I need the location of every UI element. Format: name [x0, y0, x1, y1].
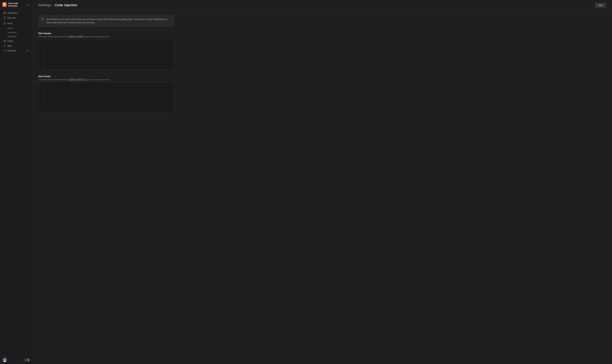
posts-sub-items: Drafts Scheduled Published — [0, 26, 32, 39]
main-body: Ghost allows you to inject code into the… — [32, 11, 180, 123]
site-footer-editor: 1 — [38, 82, 174, 112]
site-header-editor: 1 — [38, 39, 174, 69]
ghost-icon — [3, 3, 6, 6]
site-header-desc-suffix: tag on every page of the site — [85, 36, 109, 38]
published-label: Published — [7, 35, 16, 38]
site-name: Tech with Christian — [8, 2, 26, 7]
gear-icon — [19, 359, 22, 361]
posts-label: Posts — [7, 22, 13, 25]
main-header: Settings › Code injection Save — [32, 0, 612, 11]
site-header-line-numbers: 1 — [39, 40, 44, 69]
svg-rect-5 — [5, 13, 6, 14]
svg-point-21 — [20, 360, 21, 360]
info-box: Ghost allows you to inject code into the… — [38, 15, 174, 27]
site-footer-desc: Code here will be injected into the {{gh… — [38, 78, 174, 81]
svg-rect-14 — [4, 40, 5, 42]
settings-button[interactable] — [19, 358, 22, 362]
dashboard-label: Dashboard — [7, 12, 17, 14]
save-button[interactable]: Save — [595, 3, 606, 8]
site-footer-desc-prefix: Code here will be injected into the — [38, 78, 67, 81]
view-site-label: View site — [7, 17, 16, 19]
site-header-title: Site Header — [38, 32, 174, 35]
sidebar-nav: Dashboard View site Posts — [0, 9, 32, 356]
theme-dark-button[interactable]: ● — [27, 359, 30, 361]
site-header-tag: {{ghost_head}} — [68, 35, 84, 38]
chevron-down-icon — [8, 359, 10, 361]
sidebar-header: Tech with Christian — [0, 0, 32, 9]
add-post-button[interactable] — [26, 22, 29, 25]
dark-icon: ● — [28, 359, 29, 361]
search-button[interactable] — [26, 3, 30, 6]
tags-icon — [3, 45, 6, 47]
sidebar-item-drafts[interactable]: Drafts — [1, 26, 31, 30]
svg-point-19 — [4, 359, 5, 360]
svg-point-15 — [4, 45, 4, 46]
search-icon — [27, 3, 29, 6]
sidebar: Tech with Christian Dashboard — [0, 0, 32, 364]
theme-light-button[interactable]: ☀ — [24, 359, 27, 361]
site-footer-title: Site Footer — [38, 75, 174, 78]
members-icon — [3, 50, 6, 52]
avatar — [2, 358, 7, 362]
pages-icon — [3, 40, 6, 42]
info-text: Ghost allows you to inject code into the… — [46, 18, 171, 24]
breadcrumb-settings-link[interactable]: Settings — [38, 3, 51, 7]
footer-actions: ☀ ● — [19, 358, 30, 362]
site-logo-icon — [2, 2, 7, 7]
info-icon — [42, 18, 44, 21]
svg-rect-6 — [4, 17, 6, 18]
page-title: Code injection — [55, 3, 77, 7]
posts-icon — [3, 22, 6, 25]
site-header-textarea[interactable] — [44, 40, 174, 69]
svg-rect-4 — [4, 13, 5, 14]
sidebar-item-tags[interactable]: Tags — [1, 43, 31, 48]
site-header-desc: Code here will be injected into the {{gh… — [38, 35, 174, 38]
sidebar-item-scheduled[interactable]: Scheduled — [1, 30, 31, 34]
site-header-desc-prefix: Code here will be injected into the — [38, 36, 67, 38]
add-icon — [26, 22, 28, 25]
svg-rect-13 — [4, 40, 5, 41]
user-area[interactable] — [2, 358, 10, 362]
drafts-label: Drafts — [7, 27, 13, 29]
members-label: Members — [7, 50, 16, 52]
scheduled-label: Scheduled — [7, 31, 17, 33]
breadcrumb: Settings › Code injection — [38, 3, 77, 7]
sidebar-item-members[interactable]: Members 1 — [1, 48, 31, 53]
sidebar-item-view-site[interactable]: View site — [1, 15, 31, 20]
site-logo-area[interactable]: Tech with Christian — [2, 2, 26, 7]
sidebar-item-pages[interactable]: Pages — [1, 39, 31, 43]
svg-point-0 — [27, 4, 29, 5]
svg-point-17 — [5, 50, 5, 51]
svg-point-16 — [4, 50, 5, 51]
svg-rect-3 — [5, 12, 6, 13]
tags-label: Tags — [7, 45, 12, 47]
avatar-image — [2, 358, 7, 362]
sidebar-item-published[interactable]: Published — [1, 35, 31, 39]
site-footer-textarea[interactable] — [44, 83, 174, 112]
members-count: 1 — [26, 50, 29, 52]
view-site-icon — [3, 17, 6, 19]
sidebar-item-posts[interactable]: Posts — [1, 21, 31, 26]
site-footer-line-numbers: 1 — [39, 83, 44, 112]
sidebar-item-dashboard[interactable]: Dashboard — [1, 11, 31, 15]
bulb-icon — [42, 18, 44, 21]
pages-label: Pages — [7, 40, 13, 42]
site-footer-tag: {{ghost_foot}} — [68, 78, 84, 81]
breadcrumb-separator: › — [53, 4, 54, 7]
site-header-section: Site Header Code here will be injected i… — [38, 32, 174, 69]
svg-rect-2 — [4, 12, 5, 13]
posts-section: Posts Drafts Scheduled Published — [0, 21, 32, 39]
main-content: Settings › Code injection Save Ghost all… — [32, 0, 612, 364]
theme-toggle: ☀ ● — [24, 358, 30, 362]
svg-line-1 — [29, 5, 29, 6]
light-icon: ☀ — [25, 359, 26, 361]
site-footer-desc-suffix: tag on every page of the site — [85, 78, 109, 81]
dashboard-icon — [3, 12, 6, 14]
sidebar-footer: ☀ ● — [0, 356, 32, 364]
site-footer-section: Site Footer Code here will be injected i… — [38, 75, 174, 112]
